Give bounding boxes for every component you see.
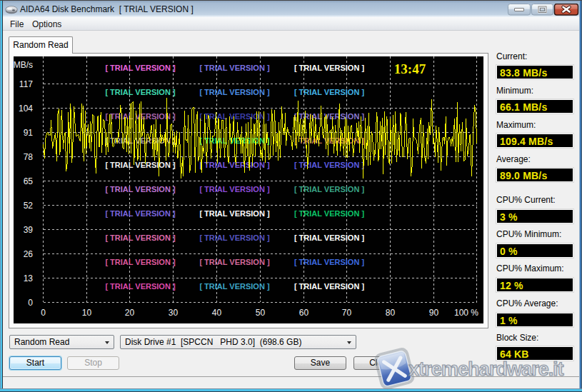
svg-text:100 %: 100 % — [454, 308, 478, 318]
svg-text:52: 52 — [24, 201, 34, 211]
svg-text:[ TRIAL VERSION ]: [ TRIAL VERSION ] — [105, 161, 176, 169]
svg-text:[ TRIAL VERSION ]: [ TRIAL VERSION ] — [294, 282, 365, 291]
svg-text:[ TRIAL VERSION ]: [ TRIAL VERSION ] — [105, 233, 176, 242]
svg-text:[ TRIAL VERSION ]: [ TRIAL VERSION ] — [294, 258, 365, 266]
svg-text:0: 0 — [28, 298, 33, 308]
svg-text:10: 10 — [82, 308, 92, 318]
svg-text:[ TRIAL VERSION ]: [ TRIAL VERSION ] — [105, 258, 176, 266]
svg-text:MB/s: MB/s — [14, 60, 33, 70]
svg-text:13:47: 13:47 — [394, 61, 426, 76]
svg-text:[ TRIAL VERSION ]: [ TRIAL VERSION ] — [105, 64, 176, 72]
svg-text:[ TRIAL VERSION ]: [ TRIAL VERSION ] — [105, 112, 176, 121]
svg-text:[ TRIAL VERSION ]: [ TRIAL VERSION ] — [199, 233, 270, 242]
svg-text:0: 0 — [41, 308, 46, 318]
svg-text:70: 70 — [342, 308, 352, 318]
svg-text:[ TRIAL VERSION ]: [ TRIAL VERSION ] — [294, 136, 365, 145]
svg-text:117: 117 — [19, 79, 33, 89]
svg-text:26: 26 — [24, 249, 34, 259]
svg-text:39: 39 — [24, 225, 34, 235]
svg-text:[ TRIAL VERSION ]: [ TRIAL VERSION ] — [294, 233, 365, 242]
svg-text:[ TRIAL VERSION ]: [ TRIAL VERSION ] — [199, 282, 270, 291]
svg-text:[ TRIAL VERSION ]: [ TRIAL VERSION ] — [294, 88, 365, 96]
svg-text:30: 30 — [169, 308, 179, 318]
svg-text:[ TRIAL VERSION ]: [ TRIAL VERSION ] — [105, 282, 176, 291]
svg-text:104: 104 — [19, 104, 33, 114]
svg-text:60: 60 — [299, 308, 309, 318]
svg-text:78: 78 — [24, 152, 34, 162]
svg-text:20: 20 — [125, 308, 135, 318]
svg-text:50: 50 — [256, 308, 266, 318]
svg-text:[ TRIAL VERSION ]: [ TRIAL VERSION ] — [294, 209, 365, 218]
svg-text:[ TRIAL VERSION ]: [ TRIAL VERSION ] — [294, 161, 365, 169]
svg-text:40: 40 — [212, 308, 222, 318]
svg-text:[ TRIAL VERSION ]: [ TRIAL VERSION ] — [199, 258, 270, 266]
svg-text:[ TRIAL VERSION ]: [ TRIAL VERSION ] — [199, 161, 270, 169]
svg-text:80: 80 — [386, 308, 396, 318]
svg-text:90: 90 — [429, 308, 439, 318]
svg-text:65: 65 — [24, 176, 34, 186]
svg-text:[ TRIAL VERSION ]: [ TRIAL VERSION ] — [199, 64, 270, 72]
svg-text:[ TRIAL VERSION ]: [ TRIAL VERSION ] — [294, 185, 365, 194]
svg-text:[ TRIAL VERSION ]: [ TRIAL VERSION ] — [199, 209, 270, 218]
svg-text:[ TRIAL VERSION ]: [ TRIAL VERSION ] — [199, 88, 270, 96]
svg-text:[ TRIAL VERSION ]: [ TRIAL VERSION ] — [105, 209, 176, 218]
svg-text:[ TRIAL VERSION ]: [ TRIAL VERSION ] — [294, 64, 365, 72]
svg-text:[ TRIAL VERSION ]: [ TRIAL VERSION ] — [105, 88, 176, 96]
svg-text:[ TRIAL VERSION ]: [ TRIAL VERSION ] — [105, 185, 176, 194]
svg-text:[ TRIAL VERSION ]: [ TRIAL VERSION ] — [199, 185, 270, 194]
svg-text:13: 13 — [24, 273, 34, 283]
svg-text:91: 91 — [24, 128, 34, 138]
